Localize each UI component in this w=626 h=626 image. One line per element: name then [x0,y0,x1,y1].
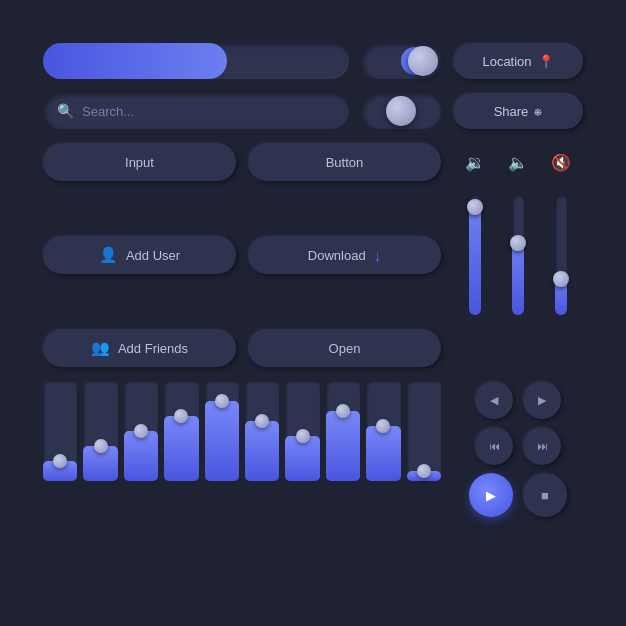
v-slider-3[interactable] [555,195,567,315]
bar-8[interactable] [326,381,360,481]
bar-4[interactable] [164,381,198,481]
slider-toggle-bar[interactable] [43,43,349,79]
search-placeholder: Search... [82,104,134,119]
bar-7[interactable] [285,381,319,481]
bar-6[interactable] [245,381,279,481]
bar-thumb-4 [174,409,188,423]
toggle-knob [408,46,438,76]
bar-thumb-9 [376,419,390,433]
bar-9[interactable] [366,381,400,481]
add-user-label: Add User [126,248,180,263]
add-friends-icon: 👥 [91,339,110,357]
stop-button[interactable]: ■ [523,473,567,517]
bar-thumb-6 [255,414,269,428]
add-user-button[interactable]: 👤 Add User [43,236,236,274]
button-label: Button [326,155,364,170]
volume-controls: 🔉 🔈 🔇 [453,153,583,172]
bar-10[interactable] [407,381,441,481]
share-button[interactable]: Share ⎈ [453,93,583,129]
search-bar[interactable]: 🔍 Search... [43,93,349,129]
row-toggle-location: Location 📍 [43,43,583,79]
row-search-share: 🔍 Search... Share ⎈ [43,93,583,129]
download-button[interactable]: Download ↓ [248,236,441,274]
bar-thumb-3 [134,424,148,438]
bar-2[interactable] [83,381,117,481]
v-slider-1[interactable] [469,195,481,315]
add-user-icon: 👤 [99,246,118,264]
v-slider-2[interactable] [512,195,524,315]
horizontal-slider[interactable] [361,93,441,129]
pin-icon: 📍 [538,54,554,69]
vertical-sliders-group [453,195,583,315]
location-label: Location [482,54,531,69]
volume-mute-icon[interactable]: 🔇 [551,153,571,172]
seek-controls-row: ⏮ ⏭ [475,427,561,465]
playback-controls-row: ▶ ■ [469,473,567,517]
input-label: Input [125,155,154,170]
v-slider-thumb-1 [467,199,483,215]
row-addfriends-open: 👥 Add Friends Open [43,329,583,367]
fast-forward-button[interactable]: ⏭ [523,427,561,465]
bar-1[interactable] [43,381,77,481]
share-label: Share [494,104,529,119]
open-button[interactable]: Open [248,329,441,367]
vertical-bars-section [43,381,441,481]
bar-thumb-5 [215,394,229,408]
v-slider-thumb-3 [553,271,569,287]
volume-high-icon[interactable]: 🔉 [465,153,485,172]
prev-button[interactable]: ◀ [475,381,513,419]
bar-thumb-8 [336,404,350,418]
row-adduser-download-vsliders: 👤 Add User Download ↓ [43,195,583,315]
open-label: Open [329,341,361,356]
slider-thumb [386,96,416,126]
bar-thumb-1 [53,454,67,468]
add-friends-button[interactable]: 👥 Add Friends [43,329,236,367]
row-input-button-volume: Input Button 🔉 🔈 🔇 [43,143,583,181]
next-button[interactable]: ▶ [523,381,561,419]
download-label: Download [308,248,366,263]
play-button[interactable]: ▶ [469,473,513,517]
bar-5[interactable] [205,381,239,481]
rewind-button[interactable]: ⏮ [475,427,513,465]
input-button[interactable]: Input [43,143,236,181]
bar-thumb-2 [94,439,108,453]
v-slider-thumb-2 [510,235,526,251]
add-friends-label: Add Friends [118,341,188,356]
share-icon: ⎈ [534,104,542,119]
search-icon: 🔍 [57,103,74,119]
volume-low-icon[interactable]: 🔈 [508,153,528,172]
toggle-switch[interactable] [361,43,441,79]
download-icon: ↓ [374,247,382,264]
nav-controls-row: ◀ ▶ [475,381,561,419]
bar-thumb-10 [417,464,431,478]
location-button[interactable]: Location 📍 [453,43,583,79]
row-bars-controls: ◀ ▶ ⏮ ⏭ ▶ ■ [43,381,583,517]
button-pill[interactable]: Button [248,143,441,181]
bar-3[interactable] [124,381,158,481]
media-controls: ◀ ▶ ⏮ ⏭ ▶ ■ [453,381,583,517]
bar-thumb-7 [296,429,310,443]
ui-kit-container: Location 📍 🔍 Search... Share ⎈ Input But… [23,23,603,603]
